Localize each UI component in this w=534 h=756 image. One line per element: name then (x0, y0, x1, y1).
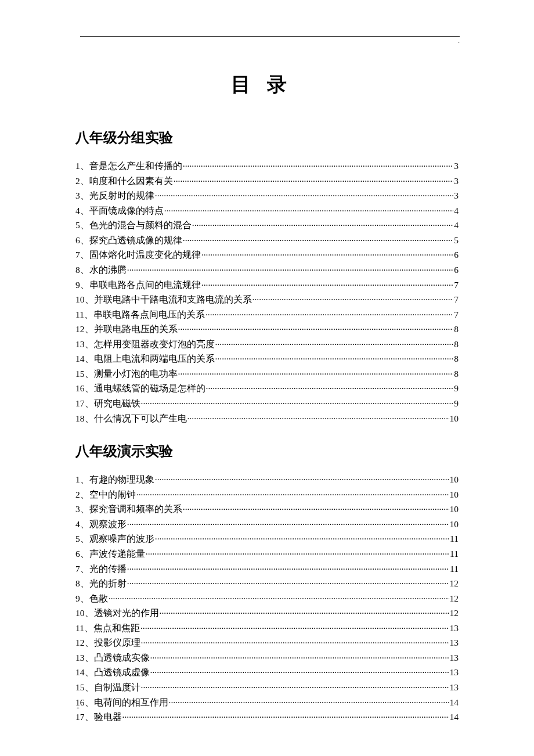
toc-item-number: 9、 (75, 591, 89, 606)
toc-leader-dots (109, 591, 449, 606)
toc-item: 7、光的传播11 (75, 561, 459, 577)
toc-item-label: 有趣的物理现象 (89, 472, 154, 487)
toc-item-number: 16、 (75, 381, 94, 396)
toc-item: 7、固体熔化时温度变化的规律6 (75, 247, 459, 262)
toc-item-label: 观察噪声的波形 (89, 531, 154, 546)
toc-item: 10、并联电路中干路电流和支路电流的关系 7 (75, 292, 459, 307)
toc-item-label: 串联电路各点间的电流规律 (89, 278, 201, 293)
toc-leader-dots (252, 292, 454, 307)
toc-item-number: 13、 (75, 337, 94, 352)
toc-item-number: 11、 (75, 307, 93, 322)
toc-item-number: 3、 (75, 188, 89, 203)
toc-item-number: 7、 (75, 561, 89, 577)
toc-item: 17、研究电磁铁 9 (75, 396, 459, 411)
toc-item-page: 7 (454, 278, 459, 293)
toc-item: 16、通电螺线管的磁场是怎样的 9 (75, 381, 459, 396)
toc-item-number: 5、 (75, 218, 89, 233)
toc-item-number: 1、 (75, 159, 89, 174)
toc-item-page: 13 (450, 650, 459, 665)
document-page: . 目录 八年级分组实验1、音是怎么产生和传播的32、响度和什么因素有关33、光… (0, 0, 534, 756)
toc-item-page: 7 (454, 292, 459, 307)
toc-item-number: 5、 (75, 531, 89, 546)
toc-leader-dots (164, 203, 454, 218)
toc-item-label: 色散 (89, 591, 108, 606)
toc-item-page: 12 (450, 576, 459, 591)
toc-item-number: 4、 (75, 517, 89, 532)
toc-item-label: 空中的闹钟 (89, 487, 136, 502)
toc-item-number: 14、 (75, 665, 94, 680)
toc-item-page: 4 (454, 203, 459, 218)
toc-list: 1、有趣的物理现象102、空中的闹钟103、探究音调和频率的关系104、观察波形… (75, 472, 459, 725)
section-header: 八年级分组实验 (75, 128, 459, 147)
toc-item-number: 14、 (75, 351, 94, 366)
toc-item-number: 15、 (75, 680, 94, 695)
toc-item-page: 9 (454, 381, 459, 396)
toc-item-number: 3、 (75, 502, 89, 517)
toc-leader-dots (127, 517, 449, 532)
toc-item-page: 8 (454, 322, 459, 337)
toc-item: 14、凸透镜成虚像 13 (75, 665, 459, 680)
toc-item-page: 13 (450, 635, 459, 650)
toc-item-page: 10 (450, 472, 459, 487)
toc-item-number: 8、 (75, 576, 89, 591)
toc-item-label: 光反射时的规律 (89, 188, 154, 203)
toc-item-label: 凸透镜成虚像 (94, 665, 150, 680)
toc-item: 13、怎样用变阻器改变灯泡的亮度 8 (75, 337, 459, 352)
toc-item: 2、响度和什么因素有关3 (75, 174, 459, 189)
toc-item-page: 13 (450, 665, 459, 680)
toc-item-label: 凸透镜成实像 (94, 650, 150, 665)
toc-item: 6、声波传递能量11 (75, 546, 459, 561)
footer-mark: .. (77, 703, 80, 710)
toc-item: 4、平面镜成像的特点4 (75, 203, 459, 218)
toc-item-label: 探究凸透镜成像的规律 (89, 233, 182, 248)
toc-item-page: 11 (450, 546, 459, 561)
corner-mark: . (458, 37, 460, 44)
toc-leader-dots (127, 262, 454, 278)
toc-item-number: 18、 (75, 411, 94, 426)
toc-item-label: 观察波形 (89, 517, 127, 532)
toc-leader-dots (187, 411, 449, 426)
toc-item-number: 1、 (75, 472, 89, 487)
toc-item-page: 8 (454, 337, 459, 352)
toc-item-label: 并联电路电压的关系 (94, 322, 178, 337)
toc-item-number: 10、 (75, 292, 94, 307)
toc-item: 18、什么情况下可以产生电 10 (75, 411, 459, 426)
toc-item-label: 并联电路中干路电流和支路电流的关系 (94, 292, 252, 307)
toc-item-page: 10 (450, 517, 459, 532)
toc-leader-dots (183, 233, 454, 248)
toc-leader-dots (127, 561, 449, 577)
toc-item: 5、色光的混合与颜料的混合4 (75, 218, 459, 233)
toc-item-number: 10、 (75, 606, 94, 621)
toc-item-label: 测量小灯泡的电功率 (94, 366, 178, 381)
toc-item-label: 固体熔化时温度变化的规律 (89, 247, 201, 262)
toc-item-number: 17、 (75, 396, 94, 411)
toc-item: 2、空中的闹钟10 (75, 487, 459, 502)
toc-item-label: 平面镜成像的特点 (89, 203, 164, 218)
toc-leader-dots (141, 635, 449, 650)
toc-item-page: 10 (450, 502, 459, 517)
toc-item-page: 8 (454, 351, 459, 366)
section-header: 八年级演示实验 (75, 442, 459, 460)
toc-item-number: 12、 (75, 322, 94, 337)
toc-item-page: 11 (450, 531, 459, 546)
toc-item: 9、串联电路各点间的电流规律7 (75, 278, 459, 293)
toc-leader-dots (155, 531, 449, 546)
toc-item: 3、探究音调和频率的关系10 (75, 502, 459, 517)
toc-item-label: 验电器 (94, 710, 122, 725)
toc-item-page: 10 (450, 487, 459, 502)
toc-item-page: 3 (454, 188, 459, 203)
toc-item-number: 2、 (75, 487, 89, 502)
toc-item-page: 11 (450, 561, 459, 577)
toc-item-page: 8 (454, 366, 459, 381)
toc-item-number: 9、 (75, 278, 89, 293)
toc-item-number: 11、 (75, 621, 93, 636)
toc-leader-dots (183, 502, 449, 517)
toc-item-page: 13 (450, 680, 459, 695)
toc-item-number: 6、 (75, 546, 89, 561)
toc-item: 15、测量小灯泡的电功率 8 (75, 366, 459, 381)
toc-leader-dots (150, 650, 449, 665)
toc-item-label: 电阻上电流和两端电压的关系 (94, 351, 215, 366)
toc-leader-dots (215, 351, 454, 366)
toc-leader-dots (146, 546, 449, 561)
toc-leader-dots (127, 576, 449, 591)
